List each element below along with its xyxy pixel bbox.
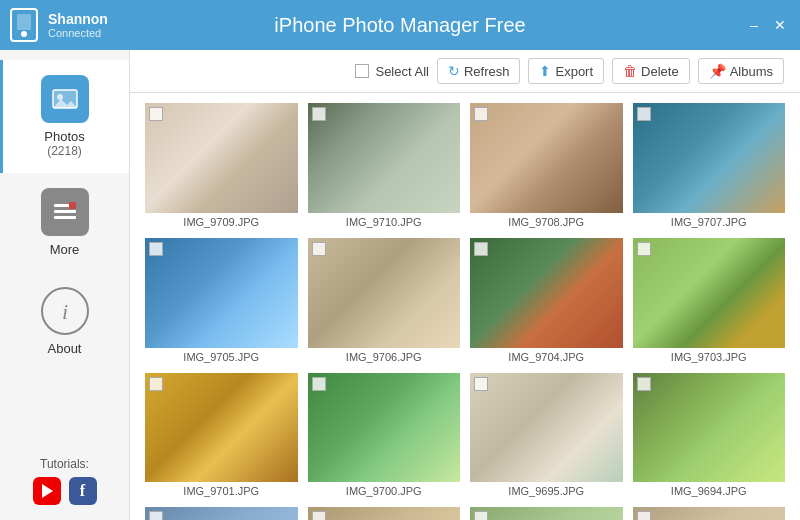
- photo-filename: IMG_9704.JPG: [470, 351, 623, 363]
- photo-filename: IMG_9694.JPG: [633, 485, 786, 497]
- photo-thumbnail: [633, 238, 786, 348]
- delete-label: Delete: [641, 64, 679, 79]
- svg-rect-7: [69, 202, 76, 209]
- photo-checkbox[interactable]: [474, 107, 488, 121]
- refresh-icon: ↻: [448, 63, 460, 79]
- albums-icon: 📌: [709, 63, 726, 79]
- more-icon: [51, 198, 79, 226]
- photo-item[interactable]: IMG_9710.JPG: [308, 103, 461, 228]
- photos-icon: [51, 85, 79, 113]
- photo-filename: IMG_9708.JPG: [470, 216, 623, 228]
- photo-image: [308, 238, 461, 348]
- photo-image: [308, 373, 461, 483]
- photo-item[interactable]: IMG_9707.JPG: [633, 103, 786, 228]
- photo-checkbox[interactable]: [637, 242, 651, 256]
- photo-filename: IMG_9703.JPG: [633, 351, 786, 363]
- photo-item[interactable]: IMG_9709.JPG: [145, 103, 298, 228]
- tutorials-icons: f: [15, 477, 114, 505]
- photo-checkbox[interactable]: [312, 242, 326, 256]
- export-button[interactable]: ⬆ Export: [528, 58, 604, 84]
- photo-checkbox[interactable]: [149, 242, 163, 256]
- device-icon: [10, 8, 38, 42]
- select-all-area: Select All: [355, 64, 428, 79]
- sidebar-item-more[interactable]: More: [0, 173, 129, 272]
- photo-thumbnail: [633, 373, 786, 483]
- photo-item[interactable]: IMG_9692.JPG: [308, 507, 461, 520]
- photo-grid: IMG_9709.JPGIMG_9710.JPGIMG_9708.JPGIMG_…: [130, 93, 800, 520]
- photo-checkbox[interactable]: [637, 511, 651, 520]
- photo-item[interactable]: IMG_9695.JPG: [470, 373, 623, 498]
- photo-checkbox[interactable]: [149, 107, 163, 121]
- photo-item[interactable]: IMG_9694.JPG: [633, 373, 786, 498]
- delete-button[interactable]: 🗑 Delete: [612, 58, 690, 84]
- photo-checkbox[interactable]: [149, 511, 163, 520]
- photo-item[interactable]: IMG_9701.JPG: [145, 373, 298, 498]
- photo-thumbnail: [145, 238, 298, 348]
- select-all-label: Select All: [375, 64, 428, 79]
- photo-item[interactable]: IMG_9708.JPG: [470, 103, 623, 228]
- photo-checkbox[interactable]: [474, 377, 488, 391]
- photo-item[interactable]: IMG_9690.JPG: [633, 507, 786, 520]
- photo-thumbnail: [470, 238, 623, 348]
- device-status: Connected: [48, 27, 108, 39]
- photos-count: (2218): [47, 144, 82, 158]
- photo-thumbnail: [633, 103, 786, 213]
- photo-thumbnail: [308, 373, 461, 483]
- photo-checkbox[interactable]: [312, 377, 326, 391]
- photo-image: [633, 238, 786, 348]
- photo-image: [470, 507, 623, 520]
- refresh-button[interactable]: ↻ Refresh: [437, 58, 521, 84]
- select-all-checkbox[interactable]: [355, 64, 369, 78]
- photo-item[interactable]: IMG_9700.JPG: [308, 373, 461, 498]
- tutorials-label: Tutorials:: [15, 457, 114, 471]
- main-layout: Photos (2218) More i About: [0, 50, 800, 520]
- photo-checkbox[interactable]: [474, 511, 488, 520]
- photo-item[interactable]: IMG_9706.JPG: [308, 238, 461, 363]
- photo-image: [145, 238, 298, 348]
- photo-checkbox[interactable]: [312, 511, 326, 520]
- sidebar-item-about[interactable]: i About: [0, 272, 129, 371]
- export-icon: ⬆: [539, 63, 551, 79]
- photo-checkbox[interactable]: [637, 107, 651, 121]
- photo-item[interactable]: IMG_9703.JPG: [633, 238, 786, 363]
- photo-checkbox[interactable]: [312, 107, 326, 121]
- albums-button[interactable]: 📌 Albums: [698, 58, 784, 84]
- photo-image: [633, 507, 786, 520]
- photo-item[interactable]: IMG_9691.JPG: [470, 507, 623, 520]
- about-icon-circle: i: [41, 287, 89, 335]
- photo-checkbox[interactable]: [637, 377, 651, 391]
- youtube-icon[interactable]: [33, 477, 61, 505]
- photo-thumbnail: [633, 507, 786, 520]
- sidebar-item-photos[interactable]: Photos (2218): [0, 60, 129, 173]
- toolbar: Select All ↻ Refresh ⬆ Export 🗑 Delete 📌…: [130, 50, 800, 93]
- photo-item[interactable]: IMG_9705.JPG: [145, 238, 298, 363]
- tutorials-section: Tutorials: f: [0, 442, 129, 520]
- photo-checkbox[interactable]: [149, 377, 163, 391]
- minimize-button[interactable]: –: [744, 15, 764, 35]
- window-controls: – ✕: [744, 15, 790, 35]
- photo-thumbnail: [308, 238, 461, 348]
- photo-filename: IMG_9709.JPG: [145, 216, 298, 228]
- delete-icon: 🗑: [623, 63, 637, 79]
- photo-checkbox[interactable]: [474, 242, 488, 256]
- facebook-icon[interactable]: f: [69, 477, 97, 505]
- photo-image: [470, 103, 623, 213]
- photo-thumbnail: [145, 103, 298, 213]
- svg-rect-6: [54, 216, 76, 219]
- photo-image: [308, 103, 461, 213]
- photo-image: [633, 373, 786, 483]
- photo-item[interactable]: IMG_9693.JPG: [145, 507, 298, 520]
- refresh-label: Refresh: [464, 64, 510, 79]
- close-button[interactable]: ✕: [770, 15, 790, 35]
- photo-filename: IMG_9706.JPG: [308, 351, 461, 363]
- device-info: Shannon Connected: [10, 8, 108, 42]
- photo-thumbnail: [308, 507, 461, 520]
- photo-thumbnail: [470, 507, 623, 520]
- svg-rect-5: [54, 210, 76, 213]
- photo-item[interactable]: IMG_9704.JPG: [470, 238, 623, 363]
- photo-filename: IMG_9701.JPG: [145, 485, 298, 497]
- photo-filename: IMG_9707.JPG: [633, 216, 786, 228]
- svg-text:i: i: [62, 299, 68, 324]
- about-label: About: [48, 341, 82, 356]
- photo-filename: IMG_9710.JPG: [308, 216, 461, 228]
